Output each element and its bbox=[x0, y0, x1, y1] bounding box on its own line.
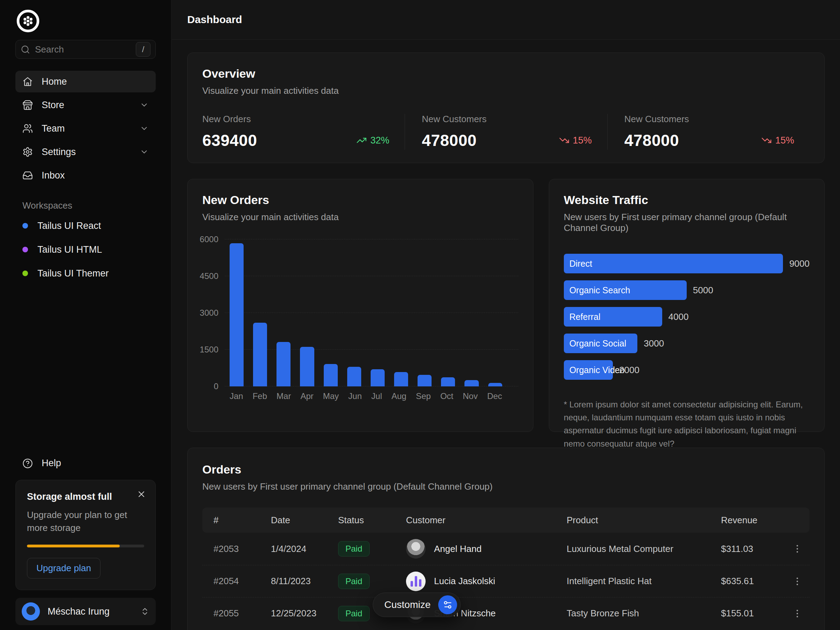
workspace-dot bbox=[22, 270, 28, 276]
new-orders-title: New Orders bbox=[202, 193, 518, 207]
sidebar-item-store[interactable]: Store bbox=[16, 94, 156, 116]
traffic-bar-label: Organic Video bbox=[570, 365, 625, 375]
website-traffic-title: Website Traffic bbox=[564, 193, 810, 207]
sidebar-item-inbox[interactable]: Inbox bbox=[16, 164, 156, 186]
x-axis: JanFebMarAprMayJunJulAugSepOctNovDec bbox=[202, 391, 518, 401]
order-customer: Angel Hand bbox=[406, 539, 567, 559]
avatar bbox=[406, 539, 426, 559]
stat-new-customers: New Customers47800015% bbox=[607, 114, 810, 150]
column-header-date: Date bbox=[271, 515, 338, 526]
upgrade-plan-button[interactable]: Upgrade plan bbox=[27, 558, 101, 579]
column-header-status: Status bbox=[338, 515, 406, 526]
horizontal-bar-chart: Direct9000Organic Search5000Referral4000… bbox=[564, 254, 810, 380]
main-content: Overview Visualize your main activities … bbox=[172, 39, 840, 630]
chevron-down-icon bbox=[140, 124, 149, 133]
order-revenue-cell: $311.03 bbox=[721, 542, 810, 556]
row-actions-button[interactable] bbox=[790, 606, 805, 621]
website-traffic-subtitle: New users by First user primary channel … bbox=[564, 212, 810, 234]
sidebar-item-team[interactable]: Team bbox=[16, 118, 156, 139]
y-tick-label: 0 bbox=[214, 382, 218, 391]
sidebar-item-home[interactable]: Home bbox=[16, 71, 156, 92]
x-tick-label: May bbox=[323, 391, 339, 401]
y-tick-label: 1500 bbox=[200, 345, 218, 355]
y-tick-label: 4500 bbox=[200, 271, 218, 281]
traffic-bar-value: 9000 bbox=[789, 258, 810, 269]
overview-title: Overview bbox=[202, 67, 810, 81]
chevron-down-icon bbox=[140, 147, 149, 156]
search-input[interactable] bbox=[35, 44, 131, 55]
storage-progress-fill bbox=[27, 545, 120, 547]
x-tick-label: Dec bbox=[487, 391, 502, 401]
search-box[interactable]: / bbox=[16, 40, 156, 59]
home-icon bbox=[22, 76, 33, 87]
sidebar-item-help[interactable]: Help bbox=[16, 458, 156, 469]
close-icon[interactable] bbox=[136, 489, 146, 499]
kebab-icon bbox=[792, 608, 802, 619]
stat-value: 478000 bbox=[624, 131, 679, 150]
stat-delta: 15% bbox=[761, 135, 794, 146]
search-icon bbox=[21, 45, 30, 54]
page-title: Dashboard bbox=[187, 14, 242, 25]
charts-row: New Orders Visualize your main activitie… bbox=[187, 179, 824, 432]
x-tick-label: Aug bbox=[392, 391, 407, 401]
x-tick-label: Jun bbox=[348, 391, 362, 401]
overview-card: Overview Visualize your main activities … bbox=[187, 52, 824, 163]
customer-name: Lucia Jaskolski bbox=[434, 576, 495, 587]
workspace-item-tailus-ui-react[interactable]: Tailus UI React bbox=[16, 214, 156, 238]
storage-alert-description: Upgrade your plan to get more storage bbox=[27, 508, 144, 534]
stat-delta: 15% bbox=[559, 135, 592, 146]
stat-delta-value: 32% bbox=[370, 135, 389, 146]
customize-button[interactable]: Customize bbox=[373, 592, 461, 617]
sidebar-spacer bbox=[16, 285, 156, 458]
logo-icon bbox=[16, 8, 41, 33]
workspace-label: Tailus UI React bbox=[38, 221, 101, 231]
y-axis: 01500300045006000 bbox=[202, 239, 225, 387]
column-header-customer: Customer bbox=[406, 515, 567, 526]
stat-delta: 32% bbox=[356, 135, 389, 146]
sidebar: / HomeStoreTeamSettingsInbox Workspaces … bbox=[0, 0, 172, 630]
traffic-bar-label: Direct bbox=[570, 259, 592, 269]
bar-apr bbox=[300, 347, 314, 387]
traffic-bar-label: Organic Search bbox=[570, 285, 630, 295]
main-header: Dashboard bbox=[172, 0, 840, 39]
column-header-revenue: Revenue bbox=[721, 515, 810, 526]
trending-up-icon bbox=[356, 135, 367, 145]
customize-icon-circle bbox=[438, 595, 457, 614]
traffic-bar-value: 5000 bbox=[693, 285, 713, 296]
bar-oct bbox=[441, 377, 455, 387]
workspace-dot bbox=[22, 247, 28, 253]
orders-title: Orders bbox=[202, 463, 810, 476]
traffic-bar: Organic Video bbox=[564, 360, 613, 380]
bar-jan bbox=[230, 243, 243, 387]
user-menu[interactable]: Méschac Irung bbox=[16, 598, 156, 625]
x-tick-label: Mar bbox=[276, 391, 291, 401]
workspace-label: Tailus UI Themer bbox=[38, 268, 109, 279]
new-orders-subtitle: Visualize your main activities data bbox=[202, 212, 518, 223]
customize-label: Customize bbox=[384, 599, 431, 610]
x-tick-label: Jul bbox=[371, 391, 382, 401]
stat-delta-value: 15% bbox=[775, 135, 794, 146]
sidebar-item-label: Home bbox=[42, 76, 67, 87]
x-tick-label: Nov bbox=[463, 391, 478, 401]
order-id: #2055 bbox=[202, 608, 271, 619]
workspace-item-tailus-ui-html[interactable]: Tailus UI HTML bbox=[16, 238, 156, 261]
traffic-row-direct: Direct9000 bbox=[564, 254, 810, 273]
workspace-item-tailus-ui-themer[interactable]: Tailus UI Themer bbox=[16, 261, 156, 285]
workspace-dot bbox=[22, 223, 28, 229]
bar-jun bbox=[347, 367, 361, 387]
search-shortcut-key: / bbox=[136, 42, 150, 57]
customer-name: Angel Hand bbox=[434, 543, 482, 554]
order-revenue: $311.03 bbox=[721, 543, 753, 554]
orders-subtitle: New users by First user primary channel … bbox=[202, 481, 810, 492]
y-tick-label: 3000 bbox=[200, 308, 218, 318]
x-tick-label: Sep bbox=[416, 391, 431, 401]
sidebar-item-label: Team bbox=[42, 123, 65, 134]
row-actions-button[interactable] bbox=[790, 542, 805, 556]
sidebar-item-settings[interactable]: Settings bbox=[16, 141, 156, 163]
trending-down-icon bbox=[761, 135, 772, 145]
table-row: #20548/11/2023PaidLucia JaskolskiIntelli… bbox=[202, 565, 810, 597]
chevron-down-icon bbox=[140, 101, 149, 109]
stat-value: 478000 bbox=[422, 131, 477, 150]
order-revenue-cell: $635.61 bbox=[721, 574, 810, 589]
row-actions-button[interactable] bbox=[790, 574, 805, 589]
